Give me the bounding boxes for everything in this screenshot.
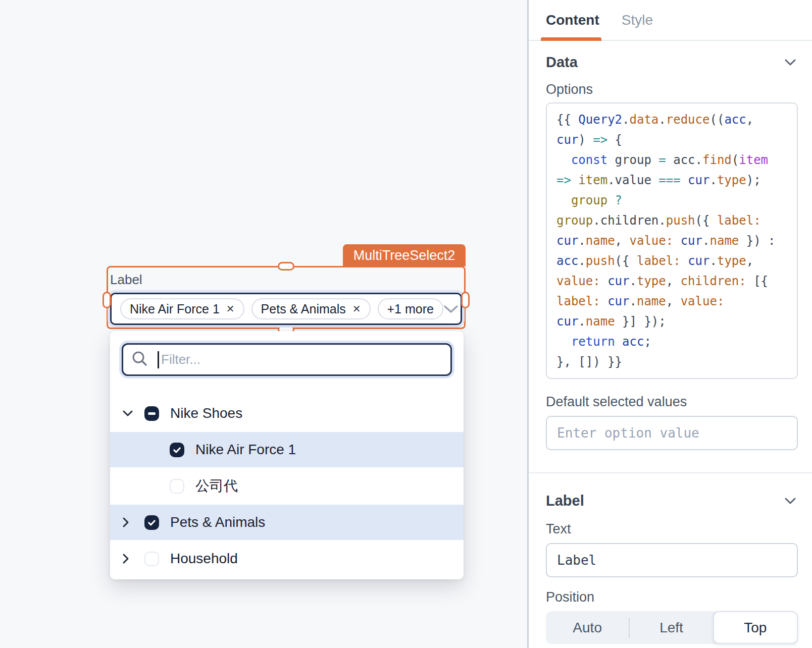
code-line: value: cur.type, children: [{ — [556, 271, 797, 291]
default-values-label: Default selected values — [546, 394, 796, 410]
collapse-label-chevron-icon[interactable] — [784, 498, 796, 505]
position-segmented-control: AutoLeftTop — [546, 611, 798, 644]
resize-handle-right[interactable] — [461, 292, 470, 308]
remove-tag-icon[interactable]: ✕ — [226, 304, 235, 314]
default-values-input[interactable] — [546, 416, 798, 450]
checkbox-checked-icon[interactable] — [144, 515, 159, 530]
tag-label: Nike Air Force 1 — [130, 302, 220, 316]
text-cursor — [158, 351, 159, 368]
search-icon — [131, 350, 148, 369]
section-title-label: Label — [546, 493, 584, 509]
tree-item-label: 公司代 — [195, 476, 238, 496]
code-line: const group = acc.find(item — [556, 150, 797, 170]
tab-style[interactable]: Style — [622, 12, 653, 28]
tree-item[interactable]: Nike Air Force 1 — [110, 432, 464, 467]
checkbox-indeterminate-icon[interactable] — [144, 406, 159, 421]
tree-item[interactable]: Pets & Animals — [110, 505, 464, 540]
selected-tag[interactable]: Nike Air Force 1✕ — [120, 298, 244, 319]
tag-label: +1 more — [387, 302, 434, 316]
options-code-editor[interactable]: {{ Query2.data.reduce((acc,cur) => { con… — [546, 102, 798, 379]
filter-input[interactable]: Filter... — [122, 343, 452, 376]
tree-item-label: Nike Air Force 1 — [195, 442, 296, 458]
active-tab-underline — [541, 37, 601, 41]
component-name-badge[interactable]: MultiTreeSelect2 — [343, 244, 466, 266]
code-line: acc.push({ label: cur.type, — [556, 251, 797, 271]
remove-tag-icon[interactable]: ✕ — [352, 304, 361, 314]
tree-item[interactable]: Nike Shoes — [110, 396, 464, 431]
multiselect-field[interactable]: Nike Air Force 1✕Pets & Animals✕+1 more — [110, 293, 462, 325]
position-label: Position — [546, 589, 796, 605]
checkbox-unchecked-icon[interactable] — [144, 552, 159, 566]
expand-chevron-down-icon[interactable] — [122, 410, 140, 417]
tree-item[interactable]: 公司代 — [110, 468, 464, 504]
code-line: => item.value === cur.type); — [556, 170, 797, 190]
tag-label: Pets & Animals — [261, 302, 346, 316]
position-option-left[interactable]: Left — [630, 611, 713, 644]
multiselect-label: Label — [110, 272, 142, 288]
code-line: group.children.push({ label: — [556, 210, 797, 231]
resize-handle-left[interactable] — [103, 292, 111, 308]
selected-tags: Nike Air Force 1✕Pets & Animals✕+1 more — [120, 298, 443, 319]
option-tree: Nike ShoesNike Air Force 1公司代Pets & Anim… — [110, 396, 464, 577]
resize-handle-top[interactable] — [278, 262, 294, 271]
tree-item-label: Household — [170, 551, 238, 567]
code-line: group ? — [556, 190, 797, 210]
code-line: cur.name, value: cur.name }) : — [556, 231, 797, 251]
options-label: Options — [546, 82, 796, 97]
code-line: }, []) }} — [556, 352, 797, 372]
tab-content[interactable]: Content — [546, 12, 599, 28]
text-label: Text — [546, 521, 796, 537]
code-line: {{ Query2.data.reduce((acc, — [556, 110, 797, 130]
inspector-panel: Content Style Data Options {{ Query2.dat… — [527, 0, 812, 648]
chevron-down-icon[interactable] — [443, 305, 459, 313]
tree-item-label: Pets & Animals — [170, 514, 265, 530]
code-line: cur) => { — [556, 130, 797, 150]
label-text-input[interactable] — [546, 543, 798, 577]
expand-chevron-right-icon[interactable] — [122, 517, 140, 528]
code-line: label: cur.name, value: — [556, 291, 797, 311]
code-line: return acc; — [556, 332, 797, 352]
collapse-data-chevron-icon[interactable] — [784, 59, 796, 66]
code-line: cur.name }] }); — [556, 311, 797, 332]
tree-item[interactable]: Household — [110, 541, 464, 576]
selected-tag[interactable]: +1 more — [378, 298, 443, 319]
app-canvas[interactable]: MultiTreeSelect2 Label Nike Air Force 1✕… — [0, 0, 527, 648]
tree-item-label: Nike Shoes — [170, 405, 242, 421]
inspector-tabs: Content Style — [529, 0, 812, 41]
checkbox-checked-icon[interactable] — [170, 443, 184, 457]
filter-placeholder: Filter... — [161, 352, 200, 367]
multiselect-dropdown: Filter... Nike ShoesNike Air Force 1公司代P… — [110, 331, 464, 579]
position-option-auto[interactable]: Auto — [546, 611, 629, 644]
section-title-data: Data — [546, 54, 578, 71]
selected-tag[interactable]: Pets & Animals✕ — [251, 298, 371, 319]
expand-chevron-right-icon[interactable] — [122, 553, 140, 564]
position-option-top[interactable]: Top — [713, 611, 798, 644]
checkbox-unchecked-icon[interactable] — [170, 479, 184, 494]
